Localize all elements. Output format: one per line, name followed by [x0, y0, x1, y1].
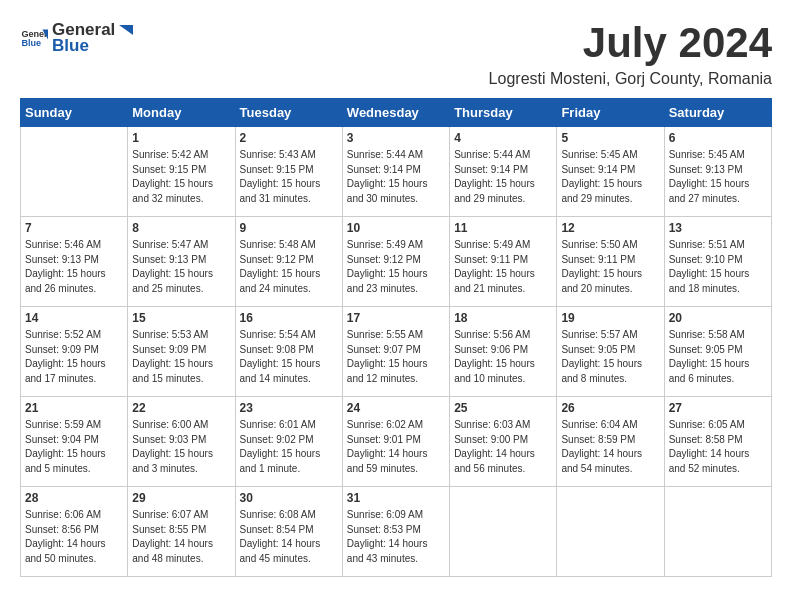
location-title: Logresti Mosteni, Gorj County, Romania	[489, 70, 772, 88]
calendar-cell: 3Sunrise: 5:44 AM Sunset: 9:14 PM Daylig…	[342, 127, 449, 217]
calendar-cell: 23Sunrise: 6:01 AM Sunset: 9:02 PM Dayli…	[235, 397, 342, 487]
calendar-cell: 17Sunrise: 5:55 AM Sunset: 9:07 PM Dayli…	[342, 307, 449, 397]
day-number: 5	[561, 131, 659, 145]
header-cell-wednesday: Wednesday	[342, 99, 449, 127]
cell-content: Sunrise: 5:53 AM Sunset: 9:09 PM Dayligh…	[132, 328, 230, 386]
cell-content: Sunrise: 5:55 AM Sunset: 9:07 PM Dayligh…	[347, 328, 445, 386]
day-number: 26	[561, 401, 659, 415]
cell-content: Sunrise: 5:46 AM Sunset: 9:13 PM Dayligh…	[25, 238, 123, 296]
cell-content: Sunrise: 5:44 AM Sunset: 9:14 PM Dayligh…	[454, 148, 552, 206]
calendar-cell: 28Sunrise: 6:06 AM Sunset: 8:56 PM Dayli…	[21, 487, 128, 577]
day-number: 12	[561, 221, 659, 235]
calendar-cell	[557, 487, 664, 577]
day-number: 22	[132, 401, 230, 415]
day-number: 16	[240, 311, 338, 325]
calendar-cell: 25Sunrise: 6:03 AM Sunset: 9:00 PM Dayli…	[450, 397, 557, 487]
day-number: 21	[25, 401, 123, 415]
week-row-2: 7Sunrise: 5:46 AM Sunset: 9:13 PM Daylig…	[21, 217, 772, 307]
day-number: 4	[454, 131, 552, 145]
cell-content: Sunrise: 6:04 AM Sunset: 8:59 PM Dayligh…	[561, 418, 659, 476]
logo-arrow-icon	[115, 21, 133, 39]
cell-content: Sunrise: 5:57 AM Sunset: 9:05 PM Dayligh…	[561, 328, 659, 386]
cell-content: Sunrise: 5:51 AM Sunset: 9:10 PM Dayligh…	[669, 238, 767, 296]
cell-content: Sunrise: 5:49 AM Sunset: 9:11 PM Dayligh…	[454, 238, 552, 296]
calendar-cell: 2Sunrise: 5:43 AM Sunset: 9:15 PM Daylig…	[235, 127, 342, 217]
calendar-cell: 16Sunrise: 5:54 AM Sunset: 9:08 PM Dayli…	[235, 307, 342, 397]
calendar-cell: 30Sunrise: 6:08 AM Sunset: 8:54 PM Dayli…	[235, 487, 342, 577]
day-number: 23	[240, 401, 338, 415]
month-title: July 2024	[489, 20, 772, 66]
calendar-cell: 29Sunrise: 6:07 AM Sunset: 8:55 PM Dayli…	[128, 487, 235, 577]
cell-content: Sunrise: 6:09 AM Sunset: 8:53 PM Dayligh…	[347, 508, 445, 566]
day-number: 24	[347, 401, 445, 415]
day-number: 13	[669, 221, 767, 235]
day-number: 6	[669, 131, 767, 145]
cell-content: Sunrise: 5:58 AM Sunset: 9:05 PM Dayligh…	[669, 328, 767, 386]
day-number: 9	[240, 221, 338, 235]
cell-content: Sunrise: 5:44 AM Sunset: 9:14 PM Dayligh…	[347, 148, 445, 206]
day-number: 2	[240, 131, 338, 145]
calendar-cell: 9Sunrise: 5:48 AM Sunset: 9:12 PM Daylig…	[235, 217, 342, 307]
calendar-cell: 22Sunrise: 6:00 AM Sunset: 9:03 PM Dayli…	[128, 397, 235, 487]
calendar-table: SundayMondayTuesdayWednesdayThursdayFrid…	[20, 98, 772, 577]
title-area: July 2024 Logresti Mosteni, Gorj County,…	[489, 20, 772, 88]
cell-content: Sunrise: 5:43 AM Sunset: 9:15 PM Dayligh…	[240, 148, 338, 206]
day-number: 18	[454, 311, 552, 325]
header-cell-saturday: Saturday	[664, 99, 771, 127]
calendar-cell: 24Sunrise: 6:02 AM Sunset: 9:01 PM Dayli…	[342, 397, 449, 487]
calendar-cell: 4Sunrise: 5:44 AM Sunset: 9:14 PM Daylig…	[450, 127, 557, 217]
cell-content: Sunrise: 6:00 AM Sunset: 9:03 PM Dayligh…	[132, 418, 230, 476]
header-cell-thursday: Thursday	[450, 99, 557, 127]
logo: General Blue General Blue	[20, 20, 133, 56]
calendar-cell: 20Sunrise: 5:58 AM Sunset: 9:05 PM Dayli…	[664, 307, 771, 397]
cell-content: Sunrise: 5:45 AM Sunset: 9:13 PM Dayligh…	[669, 148, 767, 206]
calendar-cell: 21Sunrise: 5:59 AM Sunset: 9:04 PM Dayli…	[21, 397, 128, 487]
day-number: 30	[240, 491, 338, 505]
calendar-cell: 31Sunrise: 6:09 AM Sunset: 8:53 PM Dayli…	[342, 487, 449, 577]
week-row-3: 14Sunrise: 5:52 AM Sunset: 9:09 PM Dayli…	[21, 307, 772, 397]
calendar-cell: 1Sunrise: 5:42 AM Sunset: 9:15 PM Daylig…	[128, 127, 235, 217]
svg-marker-3	[119, 25, 133, 35]
cell-content: Sunrise: 6:08 AM Sunset: 8:54 PM Dayligh…	[240, 508, 338, 566]
day-number: 11	[454, 221, 552, 235]
day-number: 1	[132, 131, 230, 145]
calendar-cell: 10Sunrise: 5:49 AM Sunset: 9:12 PM Dayli…	[342, 217, 449, 307]
cell-content: Sunrise: 5:54 AM Sunset: 9:08 PM Dayligh…	[240, 328, 338, 386]
calendar-cell: 15Sunrise: 5:53 AM Sunset: 9:09 PM Dayli…	[128, 307, 235, 397]
day-number: 28	[25, 491, 123, 505]
day-number: 17	[347, 311, 445, 325]
day-number: 25	[454, 401, 552, 415]
cell-content: Sunrise: 5:50 AM Sunset: 9:11 PM Dayligh…	[561, 238, 659, 296]
day-number: 8	[132, 221, 230, 235]
calendar-cell: 13Sunrise: 5:51 AM Sunset: 9:10 PM Dayli…	[664, 217, 771, 307]
week-row-1: 1Sunrise: 5:42 AM Sunset: 9:15 PM Daylig…	[21, 127, 772, 217]
day-number: 7	[25, 221, 123, 235]
calendar-cell: 12Sunrise: 5:50 AM Sunset: 9:11 PM Dayli…	[557, 217, 664, 307]
cell-content: Sunrise: 5:59 AM Sunset: 9:04 PM Dayligh…	[25, 418, 123, 476]
cell-content: Sunrise: 6:02 AM Sunset: 9:01 PM Dayligh…	[347, 418, 445, 476]
cell-content: Sunrise: 5:56 AM Sunset: 9:06 PM Dayligh…	[454, 328, 552, 386]
header-cell-sunday: Sunday	[21, 99, 128, 127]
cell-content: Sunrise: 5:42 AM Sunset: 9:15 PM Dayligh…	[132, 148, 230, 206]
header-cell-monday: Monday	[128, 99, 235, 127]
svg-text:Blue: Blue	[21, 38, 41, 48]
cell-content: Sunrise: 6:01 AM Sunset: 9:02 PM Dayligh…	[240, 418, 338, 476]
day-number: 19	[561, 311, 659, 325]
calendar-cell: 18Sunrise: 5:56 AM Sunset: 9:06 PM Dayli…	[450, 307, 557, 397]
day-number: 15	[132, 311, 230, 325]
calendar-cell	[450, 487, 557, 577]
header-cell-tuesday: Tuesday	[235, 99, 342, 127]
header-row: SundayMondayTuesdayWednesdayThursdayFrid…	[21, 99, 772, 127]
day-number: 31	[347, 491, 445, 505]
cell-content: Sunrise: 5:47 AM Sunset: 9:13 PM Dayligh…	[132, 238, 230, 296]
day-number: 27	[669, 401, 767, 415]
week-row-5: 28Sunrise: 6:06 AM Sunset: 8:56 PM Dayli…	[21, 487, 772, 577]
day-number: 3	[347, 131, 445, 145]
calendar-cell	[21, 127, 128, 217]
day-number: 20	[669, 311, 767, 325]
cell-content: Sunrise: 5:45 AM Sunset: 9:14 PM Dayligh…	[561, 148, 659, 206]
cell-content: Sunrise: 5:48 AM Sunset: 9:12 PM Dayligh…	[240, 238, 338, 296]
week-row-4: 21Sunrise: 5:59 AM Sunset: 9:04 PM Dayli…	[21, 397, 772, 487]
header-cell-friday: Friday	[557, 99, 664, 127]
cell-content: Sunrise: 6:07 AM Sunset: 8:55 PM Dayligh…	[132, 508, 230, 566]
